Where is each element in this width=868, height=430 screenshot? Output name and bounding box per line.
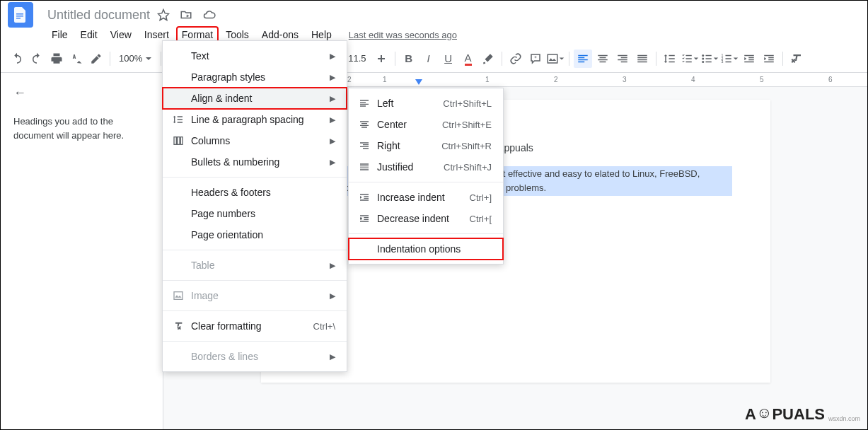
outline-back-icon[interactable]: ←: [13, 86, 150, 100]
star-icon[interactable]: [157, 8, 170, 21]
columns-icon: [173, 135, 191, 146]
numbered-list-button[interactable]: 123: [720, 50, 739, 68]
spellcheck-button[interactable]: [67, 50, 86, 68]
menu-item-bullets-numbering[interactable]: Bullets & numbering▶: [163, 151, 347, 173]
align-center-button[interactable]: [594, 50, 612, 68]
svg-rect-3: [548, 54, 557, 63]
menu-item-page-orientation[interactable]: Page orientation: [163, 224, 347, 245]
shortcut-label: Ctrl+[: [470, 214, 492, 224]
menu-label: Indentation options: [377, 243, 492, 255]
menu-label: Table: [191, 260, 330, 271]
svg-point-4: [702, 54, 704, 57]
indent-marker-icon[interactable]: [415, 79, 422, 86]
shortcut-label: Ctrl+Shift+R: [441, 141, 492, 151]
shortcut-label: Ctrl+Shift+L: [443, 98, 492, 109]
menu-view[interactable]: View: [105, 26, 137, 43]
print-button[interactable]: [47, 50, 66, 68]
menu-label: Image: [191, 290, 330, 301]
svg-text:3: 3: [721, 59, 723, 64]
shortcut-label: Ctrl+Shift+J: [444, 162, 492, 173]
last-edit-link[interactable]: Last edit was seconds ago: [349, 30, 457, 40]
align-center-icon: [359, 119, 377, 130]
menu-item-text[interactable]: Text▶: [163, 45, 347, 66]
bold-button[interactable]: B: [400, 50, 418, 68]
shortcut-label: Ctrl+Shift+E: [442, 120, 492, 130]
menu-item-headers-footers[interactable]: Headers & footers: [163, 182, 347, 203]
text-color-button[interactable]: A: [459, 50, 478, 68]
submenu-arrow-icon: ▶: [330, 352, 335, 361]
menu-item-page-numbers[interactable]: Page numbers: [163, 203, 347, 224]
undo-button[interactable]: [8, 50, 26, 68]
docs-logo-icon[interactable]: [8, 2, 33, 28]
font-size-input[interactable]: 11.5: [344, 53, 370, 64]
svg-rect-0: [16, 13, 23, 15]
highlight-button[interactable]: [479, 50, 497, 68]
clear-icon: [173, 320, 191, 332]
menu-item-center[interactable]: CenterCtrl+Shift+E: [349, 114, 503, 135]
align-justify-icon: [359, 161, 377, 173]
insert-image-button[interactable]: [546, 50, 565, 68]
menu-item-paragraph-styles[interactable]: Paragraph styles▶: [163, 66, 347, 88]
indent-inc-icon: [359, 192, 377, 203]
menu-item-align-indent[interactable]: Align & indent▶: [163, 88, 347, 109]
menu-label: Increase indent: [377, 192, 470, 203]
submenu-arrow-icon: ▶: [330, 136, 335, 146]
menu-item-left[interactable]: LeftCtrl+Shift+L: [349, 93, 503, 114]
menu-label: Bullets & numbering: [191, 156, 330, 168]
menu-label: Page orientation: [191, 229, 335, 240]
line-spacing-button[interactable]: [661, 50, 679, 68]
menu-item-image: Image▶: [163, 285, 347, 306]
menu-item-decrease-indent[interactable]: Decrease indentCtrl+[: [349, 208, 503, 229]
menu-file[interactable]: File: [46, 26, 74, 43]
menu-item-columns[interactable]: Columns▶: [163, 130, 347, 151]
indent-dec-icon: [359, 213, 377, 224]
decrease-indent-button[interactable]: [740, 50, 758, 68]
svg-rect-13: [174, 292, 183, 300]
svg-rect-11: [178, 137, 180, 145]
menu-item-increase-indent[interactable]: Increase indentCtrl+]: [349, 187, 503, 208]
font-size-increase[interactable]: [372, 50, 390, 68]
comment-button[interactable]: [526, 50, 545, 68]
menu-label: Decrease indent: [377, 213, 470, 224]
align-right-button[interactable]: [613, 50, 632, 68]
menu-item-indentation-options[interactable]: Indentation options: [349, 238, 503, 260]
title-bar: Untitled document: [1, 1, 867, 26]
menu-item-justified[interactable]: JustifiedCtrl+Shift+J: [349, 156, 503, 178]
submenu-arrow-icon: ▶: [330, 73, 335, 82]
menu-item-line-paragraph-spacing[interactable]: Line & paragraph spacing▶: [163, 109, 347, 130]
menu-label: Justified: [377, 161, 444, 173]
menu-label: Clear formatting: [191, 320, 313, 332]
paint-format-button[interactable]: [87, 50, 105, 68]
menu-label: Page numbers: [191, 208, 335, 219]
menu-edit[interactable]: Edit: [75, 26, 103, 43]
submenu-arrow-icon: ▶: [330, 291, 335, 301]
svg-rect-2: [16, 18, 21, 19]
increase-indent-button[interactable]: [760, 50, 778, 68]
menu-label: Line & paragraph spacing: [191, 114, 330, 125]
svg-rect-1: [16, 16, 23, 17]
align-submenu: LeftCtrl+Shift+LCenterCtrl+Shift+ERightC…: [348, 88, 504, 265]
clear-formatting-button[interactable]: [787, 50, 806, 68]
menu-label: Text: [191, 50, 330, 62]
bulleted-list-button[interactable]: [700, 50, 719, 68]
align-left-button[interactable]: [574, 50, 592, 68]
image-icon: [173, 290, 191, 301]
cloud-icon[interactable]: [202, 8, 216, 21]
checklist-button[interactable]: [681, 50, 699, 68]
document-title[interactable]: Untitled document: [47, 8, 150, 23]
spacing-icon: [173, 114, 191, 125]
redo-button[interactable]: [28, 50, 46, 68]
submenu-arrow-icon: ▶: [330, 261, 335, 270]
align-justify-button[interactable]: [633, 50, 652, 68]
svg-rect-10: [174, 137, 176, 145]
menu-item-right[interactable]: RightCtrl+Shift+R: [349, 135, 503, 156]
italic-button[interactable]: I: [419, 50, 438, 68]
insert-link-button[interactable]: [507, 50, 525, 68]
menu-label: Left: [377, 98, 443, 109]
zoom-select[interactable]: 100%: [115, 53, 156, 64]
submenu-arrow-icon: ▶: [330, 115, 335, 124]
underline-button[interactable]: U: [439, 50, 458, 68]
move-icon[interactable]: [180, 8, 192, 21]
menu-item-clear-formatting[interactable]: Clear formattingCtrl+\: [163, 315, 347, 337]
menu-label: Headers & footers: [191, 187, 335, 198]
